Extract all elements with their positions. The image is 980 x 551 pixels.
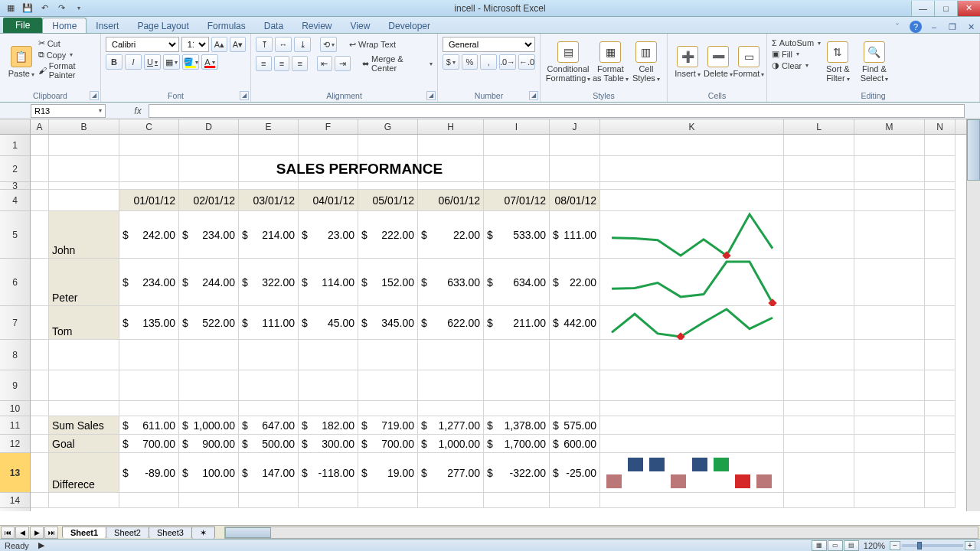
cell[interactable]: $611.00 [119, 416, 179, 435]
cell[interactable]: $622.00 [418, 306, 484, 340]
cell[interactable] [550, 493, 600, 508]
cell[interactable] [484, 135, 550, 156]
cell[interactable]: $244.00 [179, 259, 239, 306]
cell[interactable]: 08/01/12 [550, 190, 600, 211]
cell[interactable] [784, 190, 854, 211]
clear-button[interactable]: ◑ Clear [772, 60, 821, 70]
cell[interactable] [31, 190, 49, 211]
cell[interactable]: $152.00 [358, 259, 418, 306]
row-header-3[interactable]: 3 [0, 182, 30, 190]
cell[interactable]: 06/01/12 [418, 190, 484, 211]
worksheet-grid[interactable]: ABCDEFGHIJKLMN 1234567891011121314 SALES… [0, 119, 980, 525]
col-header-E[interactable]: E [239, 119, 299, 134]
cell[interactable] [925, 370, 956, 401]
cell[interactable] [784, 135, 854, 156]
cell[interactable] [600, 182, 784, 190]
tab-nav-last[interactable]: ⏭ [44, 527, 58, 539]
cell[interactable] [49, 370, 119, 401]
cell[interactable] [239, 182, 299, 190]
italic-button[interactable]: I [125, 54, 142, 70]
number-launcher[interactable]: ◢ [529, 91, 538, 100]
cell[interactable]: $634.00 [484, 259, 550, 306]
tab-nav-first[interactable]: ⏮ [1, 527, 15, 539]
cell[interactable]: $19.00 [358, 453, 418, 493]
column-headers[interactable]: ABCDEFGHIJKLMN [31, 119, 966, 135]
cell[interactable] [925, 493, 956, 508]
cell[interactable] [925, 401, 956, 416]
accounting-button[interactable]: $ [443, 54, 459, 70]
font-color-button[interactable]: A [201, 54, 218, 70]
cell[interactable] [784, 182, 854, 190]
redo-button[interactable]: ↷ [54, 2, 69, 15]
cell[interactable] [925, 306, 956, 340]
format-cells-button[interactable]: ▭Format [733, 37, 764, 87]
cell[interactable] [49, 493, 119, 508]
cell[interactable] [925, 435, 956, 453]
cell[interactable]: $-89.00 [119, 453, 179, 493]
macro-record-icon[interactable]: ▶ [38, 540, 44, 550]
cell[interactable] [854, 211, 925, 259]
cell[interactable] [925, 135, 956, 156]
cell[interactable] [49, 135, 119, 156]
col-header-A[interactable]: A [31, 119, 49, 134]
cell[interactable] [784, 453, 854, 493]
cell[interactable] [49, 190, 119, 211]
cell[interactable]: 02/01/12 [179, 190, 239, 211]
cell[interactable] [418, 493, 484, 508]
cell[interactable] [925, 453, 956, 493]
conditional-formatting-button[interactable]: ▤Conditional Formatting [545, 37, 591, 87]
cell[interactable] [179, 401, 239, 416]
qat-customize[interactable] [70, 2, 86, 15]
decrease-decimal[interactable]: ←.0 [518, 54, 535, 70]
cell[interactable] [299, 493, 358, 508]
cell[interactable]: $277.00 [418, 453, 484, 493]
cell[interactable] [784, 370, 854, 401]
vscroll-thumb[interactable] [967, 119, 980, 181]
cell[interactable]: $222.00 [358, 211, 418, 259]
cell[interactable] [239, 340, 299, 370]
cell[interactable] [600, 135, 784, 156]
delete-cells-button[interactable]: ➖Delete [703, 37, 733, 87]
horizontal-scrollbar[interactable] [224, 527, 978, 539]
row-header-11[interactable]: 11 [0, 416, 30, 435]
cell[interactable]: $500.00 [239, 435, 299, 453]
hscroll-thumb[interactable] [225, 527, 271, 538]
cell[interactable] [119, 370, 179, 401]
help-icon[interactable]: ? [910, 21, 922, 33]
cell[interactable]: $45.00 [299, 306, 358, 340]
cell[interactable]: $100.00 [179, 453, 239, 493]
minimize-ribbon-icon[interactable]: ˇ [891, 21, 903, 33]
workbook-restore[interactable]: ❐ [946, 21, 959, 33]
cell[interactable] [854, 306, 925, 340]
cell[interactable] [418, 182, 484, 190]
merge-center-button[interactable]: ⬌ Merge & Center [362, 54, 433, 73]
cell[interactable]: $442.00 [550, 306, 600, 340]
cell[interactable] [179, 340, 239, 370]
orientation-button[interactable]: ⟲ [320, 37, 337, 52]
cell[interactable]: $234.00 [119, 259, 179, 306]
format-as-table-button[interactable]: ▦Format as Table [591, 37, 630, 87]
cell[interactable]: $633.00 [418, 259, 484, 306]
sort-filter-button[interactable]: ⇅Sort & Filter [821, 37, 855, 87]
cell[interactable]: $135.00 [119, 306, 179, 340]
cell[interactable] [550, 401, 600, 416]
align-middle[interactable]: ↔ [275, 37, 292, 52]
sheet-tab-2[interactable]: Sheet2 [106, 527, 149, 538]
cell[interactable] [299, 401, 358, 416]
cell[interactable] [358, 182, 418, 190]
zoom-level[interactable]: 120% [864, 541, 885, 550]
page-layout-view-button[interactable]: ▭ [828, 540, 843, 551]
cell[interactable]: $322.00 [239, 259, 299, 306]
row-header-1[interactable]: 1 [0, 135, 30, 156]
cell[interactable]: $1,000.00 [418, 435, 484, 453]
cell[interactable]: $1,277.00 [418, 416, 484, 435]
cell[interactable] [49, 156, 119, 182]
row-header-9[interactable]: 9 [0, 370, 30, 401]
cell[interactable]: $533.00 [484, 211, 550, 259]
cell[interactable] [299, 182, 358, 190]
cell[interactable] [784, 435, 854, 453]
cell[interactable]: 04/01/12 [299, 190, 358, 211]
cell[interactable] [49, 340, 119, 370]
cell[interactable]: $700.00 [358, 435, 418, 453]
cell[interactable] [31, 401, 49, 416]
